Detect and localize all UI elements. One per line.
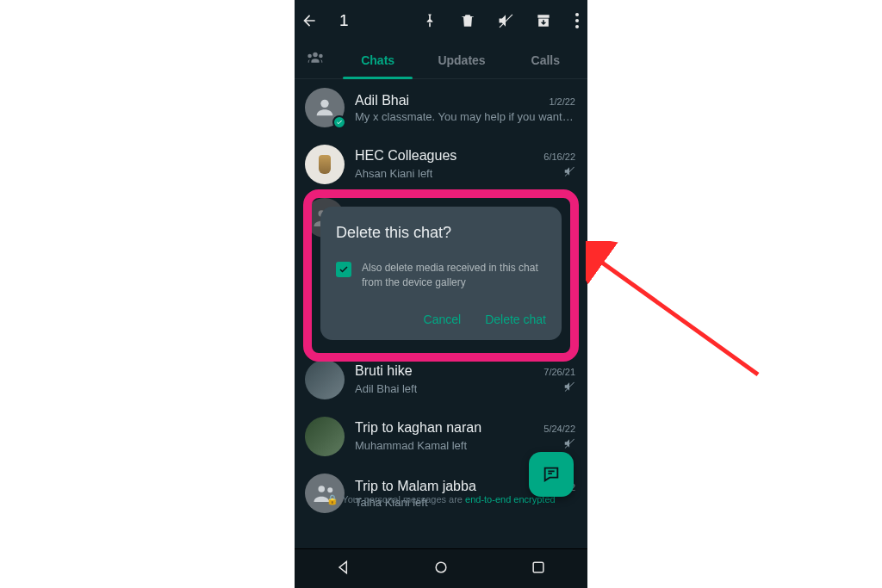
muted-icon xyxy=(563,165,575,181)
selection-actionbar: 1 xyxy=(295,0,587,41)
muted-icon xyxy=(563,381,575,396)
avatar xyxy=(305,88,345,127)
chat-row[interactable]: Adil Bhai 1/2/22 My x classmate. You may… xyxy=(295,79,587,136)
chat-preview: My x classmate. You may help if you want… xyxy=(355,110,575,123)
pin-icon[interactable] xyxy=(420,11,439,30)
chat-row[interactable]: Bruti hike 7/26/21 Adil Bhai left xyxy=(295,351,587,408)
svg-point-4 xyxy=(327,487,332,492)
avatar xyxy=(305,473,345,513)
lock-icon: 🔒 xyxy=(326,494,339,505)
overflow-menu-icon[interactable] xyxy=(575,13,579,28)
tab-bar: Chats Updates Calls xyxy=(295,41,587,79)
tab-updates[interactable]: Updates xyxy=(419,41,503,78)
tab-chats[interactable]: Chats xyxy=(336,41,419,78)
svg-line-7 xyxy=(596,258,758,374)
nav-back-icon[interactable] xyxy=(335,559,352,579)
chat-name: Trip to kaghan naran xyxy=(355,420,481,436)
annotation-arrow xyxy=(586,241,775,387)
communities-icon[interactable] xyxy=(295,51,336,70)
avatar xyxy=(305,360,345,399)
back-arrow-icon[interactable] xyxy=(300,11,319,30)
tab-calls[interactable]: Calls xyxy=(504,41,587,78)
selection-count: 1 xyxy=(339,11,349,30)
chat-date: 1/2/22 xyxy=(549,96,575,107)
muted-icon xyxy=(563,437,575,453)
svg-rect-6 xyxy=(533,562,543,573)
mute-icon[interactable] xyxy=(496,11,515,30)
chat-date: 5/24/22 xyxy=(543,424,575,434)
svg-point-3 xyxy=(319,486,326,492)
chat-name: HEC Colleagues xyxy=(355,148,457,164)
avatar xyxy=(305,417,345,456)
chat-preview: Ahsan Kiani left xyxy=(355,167,432,180)
checkbox-label: Also delete media received in this chat … xyxy=(362,261,546,290)
chat-name: Bruti hike xyxy=(355,363,413,379)
nav-home-icon[interactable] xyxy=(432,559,450,579)
svg-point-0 xyxy=(320,100,328,108)
chat-row[interactable]: HEC Colleagues 6/16/22 Ahsan Kiani left xyxy=(295,136,587,193)
chat-preview: Adil Bhai left xyxy=(355,382,417,395)
chat-preview: Muhammad Kamal left xyxy=(355,439,467,452)
chat-date: 7/26/21 xyxy=(543,367,575,377)
svg-point-5 xyxy=(436,562,446,573)
dialog-title: Delete this chat? xyxy=(336,224,546,242)
archive-icon[interactable] xyxy=(534,11,553,30)
chat-name: Adil Bhai xyxy=(355,93,409,108)
cancel-button[interactable]: Cancel xyxy=(424,313,462,326)
avatar xyxy=(305,145,345,184)
new-chat-fab[interactable] xyxy=(529,452,574,497)
chat-name: Trip to Malam jabba xyxy=(355,479,476,494)
delete-icon[interactable] xyxy=(458,11,477,30)
delete-media-checkbox[interactable] xyxy=(336,262,351,277)
delete-chat-dialog: Delete this chat? Also delete media rece… xyxy=(320,207,562,340)
selected-check-icon xyxy=(332,115,346,129)
delete-chat-button[interactable]: Delete chat xyxy=(485,313,546,326)
nav-recent-icon[interactable] xyxy=(530,559,547,579)
android-navbar xyxy=(295,548,587,588)
chat-date: 6/16/22 xyxy=(543,152,575,162)
